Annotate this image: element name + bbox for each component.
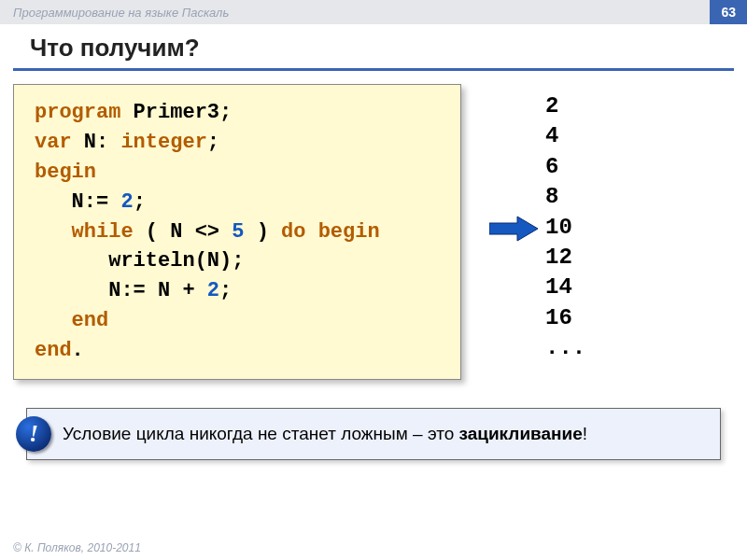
svg-marker-0 — [489, 217, 538, 241]
output-line: 4 — [545, 121, 585, 151]
callout-box: ! Условие цикла никогда не станет ложным… — [26, 408, 721, 460]
content-area: program Primer3; var N: integer; begin N… — [0, 84, 747, 380]
exclamation-icon: ! — [16, 416, 51, 452]
arrow-icon — [489, 215, 540, 243]
code-text: N:= — [35, 190, 120, 214]
output-line: 14 — [545, 273, 585, 302]
slide-title: Что получим? — [13, 24, 734, 71]
kw-begin: begin — [35, 161, 96, 184]
code-text: . — [72, 339, 84, 362]
code-text: ; — [219, 279, 232, 302]
code-text: writeln(N); — [35, 249, 244, 273]
kw-end-final: end — [35, 339, 72, 362]
kw-var: var — [35, 131, 72, 154]
output-line: 8 — [545, 182, 585, 212]
code-text: Primer3; — [120, 101, 232, 124]
kw-program: program — [35, 101, 120, 124]
code-text — [35, 220, 72, 244]
callout-message: Условие цикла никогда не станет ложным –… — [63, 422, 587, 446]
slide-header: Программирование на языке Паскаль 63 — [0, 0, 747, 24]
kw-do-begin: do begin — [281, 220, 380, 244]
page-number: 63 — [710, 0, 747, 24]
output-line: 12 — [545, 243, 585, 273]
code-text: ) — [244, 220, 281, 244]
output-line: 16 — [545, 303, 585, 333]
kw-end: end — [72, 309, 109, 332]
code-text: ; — [207, 131, 219, 154]
num-literal: 5 — [232, 220, 244, 244]
kw-integer: integer — [120, 131, 206, 154]
code-text: N: — [72, 131, 121, 154]
kw-while: while — [72, 220, 134, 244]
callout-text: ! — [583, 424, 587, 443]
output-line: 6 — [545, 152, 585, 182]
callout-bold: зацикливание — [459, 424, 583, 443]
footer-copyright: © К. Поляков, 2010-2011 — [13, 541, 141, 554]
code-text: N:= N + — [35, 279, 207, 302]
num-literal: 2 — [120, 190, 133, 214]
num-literal: 2 — [207, 279, 219, 302]
code-text: ; — [134, 190, 146, 214]
output-column: 2 4 6 8 10 12 14 16 ... — [499, 84, 585, 364]
code-block: program Primer3; var N: integer; begin N… — [13, 84, 461, 380]
callout-text: Условие цикла никогда не станет ложным –… — [63, 424, 459, 443]
code-text: ( N <> — [134, 220, 233, 244]
doc-title: Программирование на языке Паскаль — [13, 6, 229, 20]
output-line: 10 — [545, 213, 585, 243]
code-text — [35, 309, 72, 332]
output-line: 2 — [545, 91, 585, 121]
output-line: ... — [545, 333, 585, 363]
